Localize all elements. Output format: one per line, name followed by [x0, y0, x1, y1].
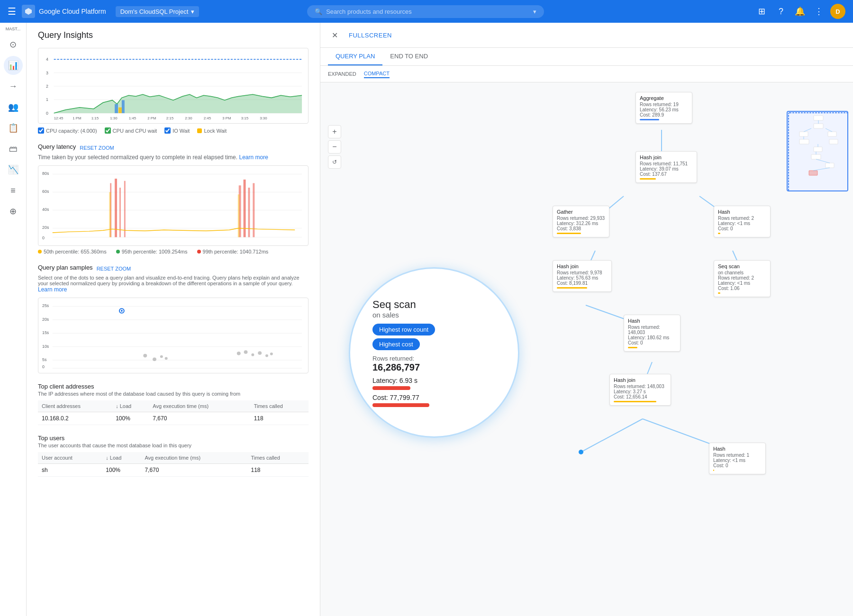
qps-title: Query plan samples	[38, 264, 93, 271]
col-avg-exec[interactable]: Avg execution time (ms)	[149, 400, 250, 412]
zoom-reset-button[interactable]: ↺	[328, 155, 341, 169]
node-hash-join-lower[interactable]: Hash join Rows returned: 148,003 Latency…	[609, 374, 671, 406]
zoom-in-button[interactable]: +	[328, 125, 341, 138]
node-hash-mid[interactable]: Hash Rows returned: 148,003 Latency: 180…	[624, 315, 681, 352]
sidebar-item-insights[interactable]: 📊	[4, 56, 23, 75]
sidebar-item-users[interactable]: 👥	[4, 98, 23, 117]
plan-graph-area[interactable]: + − ↺	[320, 82, 853, 607]
times-called-cell: 118	[250, 412, 309, 425]
col-user-account[interactable]: User account	[38, 452, 102, 464]
svg-rect-107	[811, 154, 821, 159]
fullscreen-label[interactable]: FULLSCREEN	[349, 32, 392, 39]
search-icon: 🔍	[315, 8, 322, 15]
percentile-99: 99th percentile: 1040.712ms	[197, 249, 269, 254]
badge-highest-cost[interactable]: Highest cost	[372, 338, 420, 350]
col-load[interactable]: ↓ Load	[112, 400, 149, 412]
svg-line-111	[804, 128, 811, 132]
svg-text:1:15: 1:15	[91, 116, 99, 119]
legend-io-wait[interactable]: IO Wait	[164, 127, 190, 134]
legend-cpu-capacity[interactable]: CPU capacity: (4.000)	[38, 127, 97, 134]
sidebar-item-home[interactable]: ⊙	[4, 35, 23, 54]
percentile-row: 50th percentile: 655.360ms 95th percenti…	[38, 249, 309, 254]
user-account-cell: sh	[38, 464, 102, 477]
qps-reset-zoom[interactable]: RESET ZOOM	[97, 266, 131, 272]
svg-text:2:15: 2:15	[166, 116, 174, 119]
svg-text:1:45: 1:45	[129, 116, 136, 119]
top-users-table: User account ↓ Load Avg execution time (…	[38, 452, 309, 477]
tooltip-rows-value: 16,286,797	[372, 362, 496, 373]
latency-learn-more[interactable]: Learn more	[239, 154, 268, 161]
svg-text:1:15: 1:15	[90, 241, 97, 242]
svg-text:1 PM: 1 PM	[73, 116, 82, 119]
help-icon[interactable]: ?	[773, 4, 789, 19]
svg-text:1: 1	[46, 97, 48, 102]
svg-point-62	[160, 355, 163, 358]
zoom-out-button[interactable]: −	[328, 140, 341, 154]
project-selector[interactable]: Dom's CloudSQL Project ▾	[116, 6, 200, 17]
sidebar-item-metrics[interactable]: 📉	[4, 160, 23, 179]
node-aggregate-cost: Cost: 289.9	[640, 112, 688, 118]
minimap[interactable]	[787, 111, 848, 191]
load-cell: 100%	[112, 412, 149, 425]
query-latency-section: Query latency RESET ZOOM Time taken by y…	[38, 143, 309, 254]
svg-point-60	[143, 354, 147, 358]
expanded-btn[interactable]: EXPANDED	[328, 70, 356, 78]
tooltip-latency-bar	[372, 386, 410, 390]
node-hash-join-mid[interactable]: Hash join Rows returned: 9,978 Latency: …	[553, 260, 612, 292]
svg-line-117	[813, 168, 830, 171]
svg-point-65	[244, 350, 248, 354]
svg-text:0: 0	[42, 236, 45, 240]
svg-text:1 PM: 1 PM	[71, 241, 80, 242]
tab-query-plan[interactable]: QUERY PLAN	[328, 48, 382, 65]
svg-text:12:45: 12:45	[53, 241, 62, 242]
col-user-avg-exec[interactable]: Avg execution time (ms)	[141, 452, 247, 464]
svg-point-99	[579, 450, 583, 454]
legend-lock-wait[interactable]: Lock Wait	[197, 127, 227, 134]
svg-point-64	[237, 352, 241, 355]
svg-line-112	[826, 128, 832, 132]
tab-end-to-end[interactable]: END TO END	[382, 48, 436, 65]
svg-line-90	[581, 419, 643, 452]
svg-rect-109	[809, 171, 817, 175]
compact-btn[interactable]: COMPACT	[364, 70, 390, 78]
node-hash-bottom[interactable]: Hash Rows returned: 1 Latency: <1 ms Cos…	[709, 443, 766, 474]
sidebar-item-list[interactable]: ≡	[4, 181, 23, 200]
legend-cpu-wait[interactable]: CPU and CPU wait	[105, 127, 157, 134]
badge-highest-row-count[interactable]: Highest row count	[372, 324, 435, 335]
apps-icon[interactable]: ⊞	[754, 4, 770, 19]
col-times-called[interactable]: Times called	[250, 400, 309, 412]
user-load-cell: 100%	[102, 464, 141, 477]
svg-text:3 PM: 3 PM	[221, 241, 229, 242]
close-button[interactable]: ✕	[328, 28, 341, 42]
node-hash-right[interactable]: Hash Rows returned: 2 Latency: <1 ms Cos…	[714, 206, 771, 237]
sidebar-item-tables[interactable]: 📋	[4, 118, 23, 137]
search-bar[interactable]: 🔍 ▾	[307, 5, 544, 18]
sidebar-item-storage[interactable]: 🗃	[4, 139, 23, 158]
search-input[interactable]	[326, 8, 529, 15]
col-client-addr[interactable]: Client addresses	[38, 400, 112, 412]
col-user-load[interactable]: ↓ Load	[102, 452, 141, 464]
qps-chart[interactable]: 25s 20s 15s 10s 5s 0	[38, 298, 309, 373]
project-name: Dom's CloudSQL Project	[120, 8, 189, 15]
notifications-icon[interactable]: 🔔	[792, 4, 808, 19]
node-aggregate-latency: Latency: 56.23 ms	[640, 107, 688, 112]
sidebar-item-nav[interactable]: →	[4, 77, 23, 96]
latency-reset-zoom[interactable]: RESET ZOOM	[80, 145, 114, 151]
svg-rect-105	[829, 139, 838, 144]
avatar[interactable]: D	[830, 4, 845, 19]
col-user-times-called[interactable]: Times called	[247, 452, 309, 464]
node-seq-scan-channels[interactable]: Seq scan on channels Rows returned: 2 La…	[714, 260, 771, 297]
node-hash-join-top[interactable]: Hash join Rows returned: 11,751 Latency:…	[635, 151, 697, 183]
percentile-50: 50th percentile: 655.360ms	[38, 249, 107, 254]
node-aggregate[interactable]: Aggregate Rows returned: 19 Latency: 56.…	[635, 92, 692, 124]
page-title: Query Insights	[38, 30, 309, 40]
qps-learn-more[interactable]: Learn more	[38, 286, 67, 293]
topbar-actions: ⊞ ? 🔔 ⋮ D	[754, 4, 845, 19]
sidebar-item-add[interactable]: ⊕	[4, 202, 23, 221]
svg-text:5s: 5s	[42, 357, 47, 362]
menu-icon[interactable]: ☰	[8, 6, 16, 17]
top-clients-table: Client addresses ↓ Load Avg execution ti…	[38, 400, 309, 425]
svg-point-67	[258, 351, 262, 355]
more-icon[interactable]: ⋮	[811, 4, 826, 19]
node-gather[interactable]: Gather Rows returned: 29,933 Latency: 31…	[553, 206, 609, 237]
